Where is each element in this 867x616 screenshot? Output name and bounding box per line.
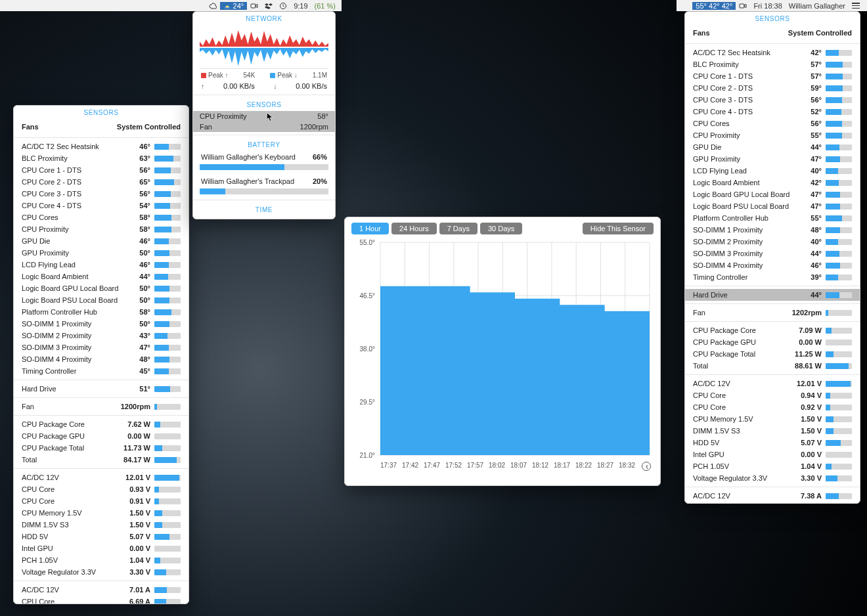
sensor-row[interactable]: CPU Core 3 - DTS56° bbox=[14, 188, 189, 200]
sensor-row[interactable]: CPU Package Core7.62 W bbox=[14, 418, 189, 430]
sensor-row[interactable]: CPU Package GPU0.00 W bbox=[685, 336, 860, 348]
sensor-row[interactable]: Fan1202rpm bbox=[685, 307, 860, 319]
menubar-datetime[interactable]: Fri 18:38 bbox=[750, 2, 785, 10]
sensor-row[interactable]: CPU Cores56° bbox=[685, 118, 860, 129]
fans-heading-row[interactable]: Fans System Controlled bbox=[685, 25, 860, 41]
chart-area[interactable]: 21.0°29.5°38.0°46.5°55.0° bbox=[351, 238, 654, 462]
sensor-row[interactable]: CPU Core0.93 V bbox=[14, 483, 189, 495]
sensor-row[interactable]: SO-DIMM 3 Proximity47° bbox=[14, 341, 189, 353]
istat-temps-widget[interactable]: 55° 42° 42° bbox=[692, 2, 736, 10]
sensor-row[interactable]: DIMM 1.5V S31.50 V bbox=[685, 425, 860, 437]
sensor-row[interactable]: Hard Drive44° bbox=[685, 289, 860, 301]
sensor-row[interactable]: Voltage Regulator 3.3V3.30 V bbox=[14, 566, 189, 578]
sensor-row[interactable]: SO-DIMM 2 Proximity43° bbox=[14, 330, 189, 341]
range-1-hour-button[interactable]: 1 Hour bbox=[351, 223, 389, 234]
weather-widget[interactable]: 24° bbox=[220, 2, 248, 10]
sensor-row[interactable]: SO-DIMM 1 Proximity50° bbox=[14, 318, 189, 330]
sensor-row[interactable]: CPU Core 4 - DTS54° bbox=[14, 200, 189, 211]
sensor-row[interactable]: SO-DIMM 1 Proximity48° bbox=[685, 224, 860, 236]
sensor-row[interactable]: CPU Core 2 - DTS65° bbox=[14, 176, 189, 188]
hamburger-icon[interactable] bbox=[849, 3, 863, 9]
sensor-row[interactable]: CPU Core0.92 V bbox=[685, 401, 860, 413]
sensor-row[interactable]: Intel GPU0.00 V bbox=[14, 542, 189, 554]
sensor-row[interactable]: CPU Memory 1.5V1.50 V bbox=[685, 413, 860, 425]
sensor-row[interactable]: CPU Core 3 - DTS56° bbox=[685, 94, 860, 106]
sensor-row[interactable]: Timing Controller39° bbox=[685, 271, 860, 283]
sensor-row[interactable]: LCD Flying Lead46° bbox=[14, 259, 189, 271]
range-30-days-button[interactable]: 30 Days bbox=[480, 223, 522, 234]
sensor-row[interactable]: Logic Board GPU Local Board50° bbox=[14, 282, 189, 294]
fans-heading-row[interactable]: Fans System Controlled bbox=[14, 119, 189, 135]
fan-row[interactable]: Fan1202rpm bbox=[685, 307, 860, 319]
menubar-user[interactable]: William Gallagher bbox=[786, 2, 849, 10]
camera-icon[interactable] bbox=[247, 2, 261, 10]
sensor-row[interactable]: Hard Drive51° bbox=[14, 383, 189, 395]
camera-icon[interactable] bbox=[736, 2, 750, 10]
sensor-row[interactable]: Voltage Regulator 3.3V3.30 V bbox=[685, 472, 860, 484]
sensor-row[interactable]: CPU Package Total11.73 W bbox=[14, 442, 189, 454]
range-24-hours-button[interactable]: 24 Hours bbox=[391, 223, 437, 234]
battery-row[interactable]: William Gallagher's Keyboard66% bbox=[193, 151, 335, 163]
sensor-row[interactable]: CPU Proximity55° bbox=[685, 129, 860, 141]
sensor-row[interactable]: CPU Core 2 - DTS59° bbox=[685, 82, 860, 94]
sensor-row[interactable]: CPU Memory 1.5V1.50 V bbox=[14, 507, 189, 519]
sensor-row[interactable]: AC/DC 12V12.01 V bbox=[685, 378, 860, 389]
sensor-row[interactable]: HDD 5V5.07 V bbox=[14, 531, 189, 542]
sensor-row[interactable]: CPU Package Core7.09 W bbox=[685, 324, 860, 336]
sensor-row[interactable]: Fan1200rpm bbox=[14, 401, 189, 412]
sensor-row[interactable]: CPU Proximity 58° bbox=[193, 111, 335, 121]
sensor-row[interactable]: CPU Core0.91 V bbox=[14, 495, 189, 507]
sensor-row[interactable]: AC/DC T2 Sec Heatsink46° bbox=[14, 141, 189, 152]
cloud-icon[interactable] bbox=[206, 2, 220, 10]
sensor-row[interactable]: AC/DC T2 Sec Heatsink42° bbox=[685, 47, 860, 58]
battery-row[interactable]: William Gallagher's Trackpad20% bbox=[193, 175, 335, 187]
sensor-row[interactable]: Logic Board Ambient42° bbox=[685, 177, 860, 188]
sensor-row[interactable]: LCD Flying Lead40° bbox=[685, 165, 860, 177]
sensor-row[interactable]: Intel GPU0.00 V bbox=[685, 449, 860, 460]
sensor-row[interactable]: Logic Board PSU Local Board50° bbox=[14, 294, 189, 306]
network-graph[interactable] bbox=[200, 28, 328, 69]
sensor-row[interactable]: CPU Package Total11.25 W bbox=[685, 348, 860, 360]
menubar-battery-pct[interactable]: (61 %) bbox=[311, 2, 339, 10]
sensor-row[interactable]: AC/DC 12V7.38 A bbox=[685, 490, 860, 502]
time-header[interactable]: TIME bbox=[193, 203, 335, 219]
sensor-row[interactable]: Fan 1200rpm bbox=[193, 121, 335, 132]
sensor-row[interactable]: Platform Controller Hub55° bbox=[685, 212, 860, 224]
sensor-row[interactable]: Total88.61 W bbox=[685, 360, 860, 372]
sensor-row[interactable]: PCH 1.05V1.04 V bbox=[14, 554, 189, 566]
sensor-row[interactable]: GPU Die46° bbox=[14, 235, 189, 247]
sensor-row[interactable]: SO-DIMM 4 Proximity46° bbox=[685, 259, 860, 271]
sensor-row[interactable]: BLC Proximity63° bbox=[14, 152, 189, 164]
sensor-row[interactable]: GPU Proximity47° bbox=[685, 153, 860, 165]
sensor-row[interactable]: CPU Core 4 - DTS52° bbox=[685, 106, 860, 118]
sensor-row[interactable]: CPU Core 1 - DTS57° bbox=[685, 70, 860, 82]
range-7-days-button[interactable]: 7 Days bbox=[439, 223, 478, 234]
sensor-row[interactable]: SO-DIMM 4 Proximity48° bbox=[14, 353, 189, 365]
hide-sensor-button[interactable]: Hide This Sensor bbox=[583, 223, 654, 234]
sensor-row[interactable]: Logic Board Ambient44° bbox=[14, 271, 189, 282]
sensor-row[interactable]: GPU Proximity50° bbox=[14, 247, 189, 259]
sensor-row[interactable]: SO-DIMM 3 Proximity44° bbox=[685, 248, 860, 259]
clock-icon[interactable] bbox=[642, 462, 651, 471]
fan-row[interactable]: Fan1200rpm bbox=[14, 401, 189, 412]
sensor-row[interactable]: DIMM 1.5V S31.50 V bbox=[14, 519, 189, 531]
menubar-time[interactable]: 9:19 bbox=[290, 2, 311, 10]
hard-drive-row[interactable]: Hard Drive51° bbox=[14, 383, 189, 395]
sensor-row[interactable]: AC/DC 12V7.01 A bbox=[14, 584, 189, 596]
sensor-row[interactable]: Timing Controller45° bbox=[14, 365, 189, 377]
sensor-row[interactable]: SO-DIMM 2 Proximity40° bbox=[685, 236, 860, 248]
sensor-row[interactable]: GPU Die44° bbox=[685, 141, 860, 153]
sensor-row[interactable]: CPU Cores58° bbox=[14, 211, 189, 223]
sensor-row[interactable]: CPU Package GPU0.00 W bbox=[14, 430, 189, 442]
sensor-row[interactable]: HDD 5V5.07 V bbox=[685, 437, 860, 449]
sensor-row[interactable]: AC/DC 12V12.01 V bbox=[14, 472, 189, 483]
sensor-row[interactable]: Logic Board PSU Local Board47° bbox=[685, 200, 860, 212]
sensor-row[interactable]: Logic Board GPU Local Board47° bbox=[685, 188, 860, 200]
sensor-row[interactable]: Platform Controller Hub58° bbox=[14, 306, 189, 318]
sensor-row[interactable]: CPU Core0.94 V bbox=[685, 389, 860, 401]
sensor-row[interactable]: BLC Proximity57° bbox=[685, 58, 860, 70]
dropbox-icon[interactable] bbox=[261, 2, 276, 10]
sensor-row[interactable]: CPU Core6.69 A bbox=[14, 596, 189, 604]
sensor-row[interactable]: PCH 1.05V1.04 V bbox=[685, 460, 860, 472]
clock-icon[interactable] bbox=[276, 2, 290, 10]
